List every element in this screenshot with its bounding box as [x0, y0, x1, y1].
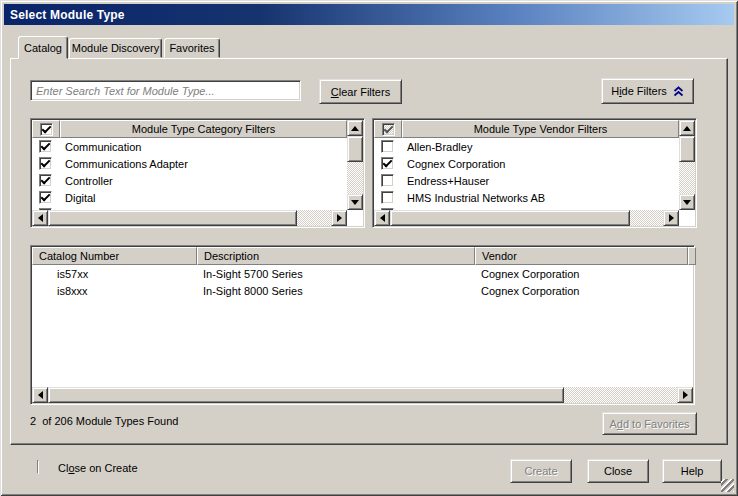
column-header-description[interactable]: Description	[197, 247, 475, 265]
resize-grip[interactable]	[721, 479, 734, 492]
close-button[interactable]: Close	[587, 459, 649, 483]
category-select-all-checkbox[interactable]	[32, 120, 60, 138]
create-label: Create	[524, 465, 557, 477]
vendor-filter-label: Endress+Hauser	[407, 175, 489, 187]
checkbox-icon[interactable]	[39, 174, 52, 187]
column-header-label: Vendor	[482, 250, 517, 262]
scroll-right-button[interactable]	[331, 210, 347, 226]
checkbox-icon	[382, 123, 395, 136]
vendor-filters-header[interactable]: Module Type Vendor Filters	[402, 120, 679, 138]
category-filter-label: Digital	[65, 192, 96, 204]
checkbox-icon[interactable]	[381, 140, 394, 153]
close-label: Close	[604, 465, 632, 477]
horizontal-scrollbar[interactable]	[374, 210, 679, 226]
category-filters-header-row: Module Type Category Filters	[32, 120, 347, 138]
cell-description: In-Sight 5700 Series	[197, 268, 475, 280]
column-header-label: Description	[204, 250, 259, 262]
tab-favorites[interactable]: Favorites	[164, 38, 220, 58]
hide-filters-button[interactable]: Hide Filters	[601, 78, 694, 104]
category-filter-label: Communications Adapter	[65, 158, 188, 170]
vendor-filter-row[interactable]: Allen-Bradley	[374, 138, 679, 155]
scroll-up-button[interactable]	[679, 120, 695, 136]
horizontal-scrollbar[interactable]	[32, 210, 347, 226]
vendor-filters-rows: Allen-Bradley Cognex Corporation Endress…	[374, 138, 679, 210]
close-on-create-label[interactable]: Close on Create	[58, 462, 138, 474]
scrollbar-thumb[interactable]	[679, 136, 695, 162]
horizontal-scrollbar[interactable]	[32, 387, 693, 403]
category-filter-label: Controller	[65, 175, 113, 187]
triangle-down-icon	[351, 200, 359, 205]
scroll-down-button[interactable]	[679, 194, 695, 210]
scrollbar-track[interactable]	[347, 136, 363, 194]
help-label: Help	[681, 465, 704, 477]
checkbox-icon[interactable]	[39, 191, 52, 204]
help-button[interactable]: Help	[662, 459, 722, 483]
category-filter-row[interactable]: Controller	[32, 172, 347, 189]
cell-description: In-Sight 8000 Series	[197, 285, 475, 297]
vendor-filters-header-row: Module Type Vendor Filters	[374, 120, 679, 138]
checkbox-icon[interactable]	[39, 140, 52, 153]
scroll-left-button[interactable]	[32, 387, 48, 403]
category-filters-header[interactable]: Module Type Category Filters	[60, 120, 347, 138]
triangle-left-icon	[380, 214, 385, 222]
category-filter-row[interactable]: Communication	[32, 138, 347, 155]
select-module-type-dialog: Select Module Type Catalog Module Discov…	[0, 0, 738, 496]
tab-favorites-label: Favorites	[169, 42, 214, 54]
checkbox-icon[interactable]	[381, 157, 394, 170]
triangle-right-icon	[683, 391, 688, 399]
close-on-create-checkbox[interactable]	[37, 460, 39, 474]
scroll-right-button[interactable]	[677, 387, 693, 403]
results-count-status: 2 of 206 Module Types Found	[30, 415, 178, 427]
titlebar[interactable]: Select Module Type	[4, 4, 734, 25]
vendor-filter-label: Allen-Bradley	[407, 141, 472, 153]
vendor-filter-label: HMS Industrial Networks AB	[407, 192, 545, 204]
scroll-left-button[interactable]	[374, 210, 390, 226]
vendor-filter-row[interactable]: Endress+Hauser	[374, 172, 679, 189]
scroll-down-button[interactable]	[347, 194, 363, 210]
scrollbar-track[interactable]	[48, 210, 331, 226]
category-filter-row[interactable]: Digital	[32, 189, 347, 206]
column-header-label: Catalog Number	[39, 250, 119, 262]
checkbox-icon[interactable]	[381, 191, 394, 204]
scrollbar-thumb[interactable]	[347, 136, 363, 162]
scroll-left-button[interactable]	[32, 210, 48, 226]
clear-filters-label: Clear Filters	[331, 86, 390, 98]
scrollbar-track[interactable]	[679, 136, 695, 194]
scrollbar-thumb[interactable]	[48, 210, 297, 226]
add-to-favorites-label: Add to Favorites	[609, 418, 689, 430]
vertical-scrollbar[interactable]	[679, 120, 695, 210]
tab-module-discovery[interactable]: Module Discovery	[69, 38, 162, 58]
create-button[interactable]: Create	[510, 459, 572, 483]
vendor-filter-row[interactable]: Cognex Corporation	[374, 155, 679, 172]
tab-module-discovery-label: Module Discovery	[72, 42, 159, 54]
scrollbar-track[interactable]	[390, 210, 663, 226]
category-filter-row[interactable]: Communications Adapter	[32, 155, 347, 172]
scroll-right-button[interactable]	[663, 210, 679, 226]
category-filters-header-label: Module Type Category Filters	[132, 123, 275, 135]
scrollbar-thumb[interactable]	[390, 210, 630, 226]
scrollbar-track[interactable]	[48, 387, 677, 403]
table-row[interactable]: is57xx In-Sight 5700 Series Cognex Corpo…	[32, 265, 693, 282]
search-input[interactable]	[30, 80, 301, 101]
add-to-favorites-button[interactable]: Add to Favorites	[602, 412, 697, 435]
results-table: Catalog Number Description Vendor is57xx…	[30, 245, 695, 405]
vertical-scrollbar[interactable]	[347, 120, 363, 210]
scroll-up-button[interactable]	[347, 120, 363, 136]
vendor-filter-row[interactable]: HMS Industrial Networks AB	[374, 189, 679, 206]
clear-filters-button[interactable]: Clear Filters	[319, 79, 402, 104]
checkbox-icon	[40, 123, 53, 136]
cell-vendor: Cognex Corporation	[475, 285, 688, 297]
results-table-header: Catalog Number Description Vendor	[32, 247, 693, 265]
hide-filters-label: Hide Filters	[611, 85, 667, 97]
checkbox-icon[interactable]	[381, 174, 394, 187]
column-header-catalog-number[interactable]: Catalog Number	[32, 247, 197, 265]
scrollbar-thumb[interactable]	[48, 387, 564, 403]
checkbox-icon[interactable]	[39, 157, 52, 170]
table-row[interactable]: is8xxx In-Sight 8000 Series Cognex Corpo…	[32, 282, 693, 299]
column-header-vendor[interactable]: Vendor	[475, 247, 688, 265]
vendor-filters-list: Module Type Vendor Filters Allen-Bradley…	[372, 118, 697, 228]
tab-catalog[interactable]: Catalog	[18, 36, 68, 59]
triangle-right-icon	[337, 214, 342, 222]
triangle-up-icon	[351, 126, 359, 131]
vendor-select-all-checkbox[interactable]	[374, 120, 402, 138]
